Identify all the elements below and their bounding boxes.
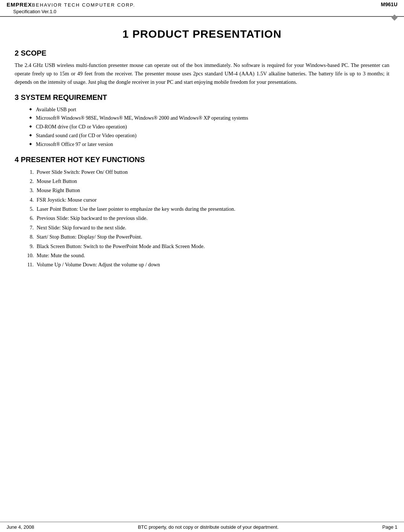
system-requirement-list: Available USB port Microsoft® Windows® 9… [29, 105, 389, 149]
header-brand: EMPREXBEHAVIOR TECH COMPUTER CORP. [7, 1, 135, 8]
list-item: 5.Laser Point Button: Use the laser poin… [22, 205, 389, 214]
header-model: M961U [381, 1, 397, 8]
section-system-heading: 3 SYSTEM REQUIREMENT [15, 93, 389, 102]
list-item: 7.Next Slide: Skip forward to the next s… [22, 223, 389, 232]
diamond-decoration [392, 15, 398, 21]
footer-notice: BTC property, do not copy or distribute … [138, 524, 278, 530]
list-item: 4.FSR Joystick: Mouse cursor [22, 195, 389, 205]
page-title: 1 PRODUCT PRESENTATION [15, 28, 389, 40]
list-item: CD-ROM drive (for CD or Video operation) [29, 123, 389, 131]
hotkey-list: 1.Power Slide Switch: Power On/ Off butt… [22, 168, 389, 270]
list-item: Microsoft® Office 97 or later version [29, 140, 389, 149]
header-spec: Specification Ver.1.0 [7, 9, 63, 15]
list-item: 10.Mute: Mute the sound. [22, 251, 389, 260]
list-item: 9.Black Screen Button: Switch to the Pow… [22, 242, 389, 251]
list-item: 2.Mouse Left Button [22, 177, 389, 186]
footer: June 4, 2008 BTC property, do not copy o… [0, 522, 404, 532]
brand-rest: BEHAVIOR TECH COMPUTER CORP. [32, 2, 135, 8]
list-item: 3.Mouse Right Button [22, 186, 389, 195]
list-item: Standard sound card (for CD or Video ope… [29, 131, 389, 140]
list-item: Microsoft® Windows® 98SE, Windows® ME, W… [29, 114, 389, 123]
footer-date: June 4, 2008 [7, 524, 34, 530]
header: EMPREXBEHAVIOR TECH COMPUTER CORP. M961U… [0, 0, 404, 20]
list-item: 11.Volume Up / Volume Down: Adjust the v… [22, 260, 389, 269]
brand-emprex: EMPREX [7, 1, 32, 8]
list-item: 8.Start/ Stop Button: Display/ Stop the … [22, 232, 389, 241]
section-scope-body: The 2.4 GHz USB wireless multi-function … [15, 61, 389, 87]
footer-page: Page 1 [382, 524, 397, 530]
list-item: 1.Power Slide Switch: Power On/ Off butt… [22, 168, 389, 177]
list-item: Available USB port [29, 105, 389, 114]
section-scope-heading: 2 SCOPE [15, 49, 389, 57]
main-content: 1 PRODUCT PRESENTATION 2 SCOPE The 2.4 G… [0, 20, 404, 288]
list-item: 6.Previous Slide: Skip backward to the p… [22, 214, 389, 223]
section-hotkey-heading: 4 PRESENTER HOT KEY FUNCTIONS [15, 156, 389, 164]
